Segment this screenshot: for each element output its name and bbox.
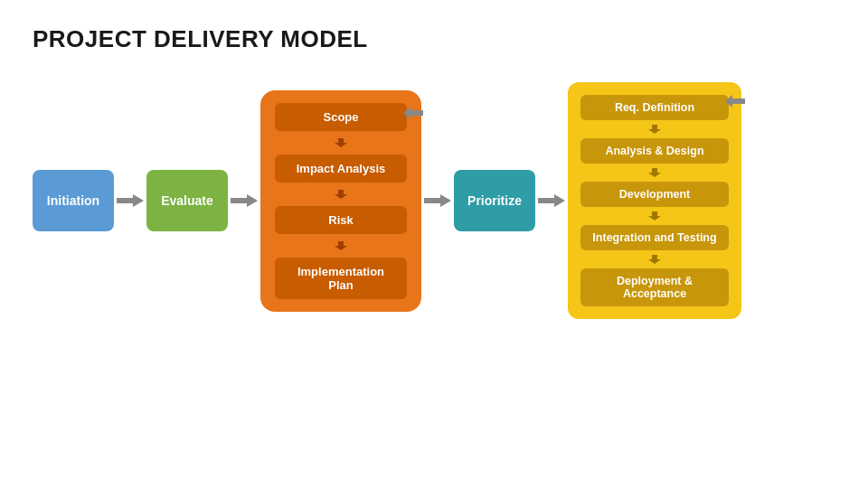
arrow-4 (535, 192, 568, 209)
evaluate-box: Evaluate (146, 170, 228, 231)
page-title: PROJECT DELIVERY MODEL (33, 25, 835, 53)
prioritize-label: Prioritize (467, 193, 522, 208)
req-definition-item: Req. Definition (580, 95, 729, 120)
svg-marker-11 (648, 211, 661, 221)
svg-marker-3 (335, 138, 347, 147)
svg-marker-4 (335, 190, 347, 199)
down-arrow-g4 (580, 256, 729, 263)
svg-marker-2 (403, 107, 423, 119)
svg-marker-5 (335, 241, 347, 250)
evaluate-label: Evaluate (161, 193, 213, 208)
orange-panel: Scope Impact Analysis Risk (260, 90, 421, 312)
down-arrow-1 (275, 138, 407, 147)
svg-marker-7 (538, 194, 565, 207)
arrow-2 (228, 192, 260, 209)
impact-analysis-item: Impact Analysis (275, 155, 407, 183)
down-arrow-g1 (580, 126, 729, 133)
arrow-1 (114, 192, 146, 209)
svg-marker-12 (648, 255, 661, 264)
risk-item: Risk (275, 206, 407, 234)
svg-marker-1 (231, 194, 258, 207)
svg-marker-9 (648, 125, 661, 134)
integration-testing-item: Integration and Testing (580, 225, 729, 250)
gold-panel: Req. Definition Analysis & Design Develo… (568, 82, 741, 319)
initiation-box: Initiation (33, 170, 114, 231)
development-item: Development (580, 182, 729, 207)
arrow-3 (421, 192, 454, 209)
down-arrow-g2 (580, 169, 729, 176)
implementation-plan-item: Implementation Plan (275, 258, 407, 299)
initiation-label: Initiation (47, 193, 99, 208)
svg-marker-10 (648, 168, 661, 177)
scope-item: Scope (275, 103, 407, 131)
svg-marker-8 (725, 95, 745, 108)
diagram: Initiation Evaluate (33, 82, 835, 319)
down-arrow-2 (275, 190, 407, 199)
svg-marker-0 (117, 194, 144, 207)
prioritize-box: Prioritize (454, 170, 535, 231)
down-arrow-g3 (580, 212, 729, 220)
page: PROJECT DELIVERY MODEL Initiation Evalua… (0, 0, 868, 488)
deployment-acceptance-item: Deployment & Acceptance (580, 268, 729, 306)
analysis-design-item: Analysis & Design (580, 138, 729, 164)
svg-marker-6 (424, 194, 451, 207)
down-arrow-3 (275, 241, 407, 250)
